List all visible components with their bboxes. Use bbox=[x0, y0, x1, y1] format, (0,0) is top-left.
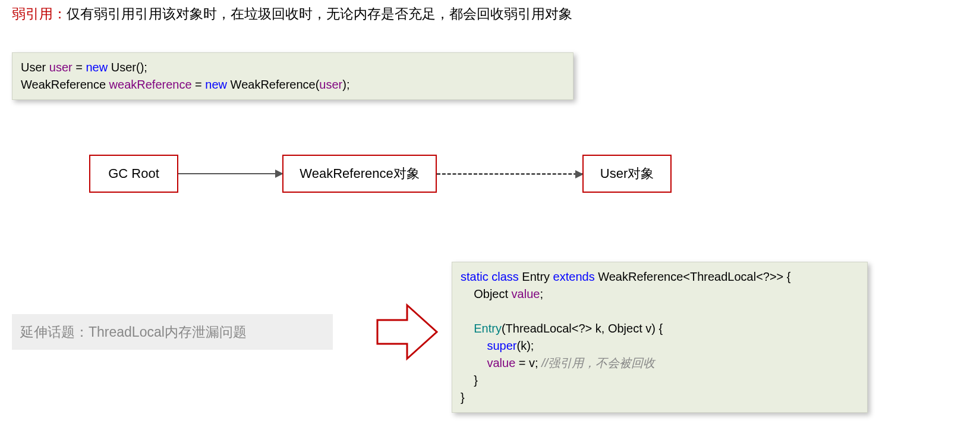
c1l1e: User(); bbox=[108, 61, 147, 74]
c2l4b: Entry bbox=[474, 322, 502, 335]
c2l2c: ; bbox=[540, 287, 543, 300]
c2l6d: //强引用，不会被回收 bbox=[541, 356, 655, 369]
c1l2e: WeakReference( bbox=[227, 78, 319, 91]
c2l1a: static class bbox=[461, 270, 519, 283]
c2l1d: WeakReference<ThreadLocal<?>> { bbox=[595, 270, 791, 283]
c1l1a: User bbox=[21, 61, 49, 74]
reference-diagram: GC Root WeakReference对象 User对象 bbox=[89, 155, 713, 202]
page-title: 弱引用：仅有弱引用引用该对象时，在垃圾回收时，无论内存是否充足，都会回收弱引用对… bbox=[12, 5, 572, 23]
arrow-weak-ref bbox=[437, 173, 582, 175]
c2l2b: value bbox=[512, 287, 540, 300]
arrow-strong-ref bbox=[178, 173, 282, 174]
svg-marker-0 bbox=[377, 305, 437, 359]
c1l2c: = bbox=[192, 78, 206, 91]
node-user-object: User对象 bbox=[582, 155, 672, 193]
c2l7: } bbox=[461, 374, 478, 387]
node-weakref-object: WeakReference对象 bbox=[282, 155, 437, 193]
c2l4a bbox=[461, 322, 474, 335]
c2l2a: Object bbox=[461, 287, 512, 300]
c1l1d: new bbox=[86, 61, 108, 74]
c2l6c: = v; bbox=[515, 356, 541, 369]
title-black: 仅有弱引用引用该对象时，在垃圾回收时，无论内存是否充足，都会回收弱引用对象 bbox=[67, 6, 572, 21]
c2l1c: extends bbox=[553, 270, 595, 283]
c2l5b: super bbox=[487, 339, 516, 352]
code-block-entry-class: static class Entry extends WeakReference… bbox=[452, 262, 868, 413]
c2l5c: (k); bbox=[516, 339, 534, 352]
arrow-right-icon bbox=[374, 302, 440, 362]
c2l4c: (ThreadLocal<?> k, Object v) { bbox=[502, 322, 663, 335]
node-gc-root: GC Root bbox=[89, 155, 178, 193]
title-red: 弱引用： bbox=[12, 6, 67, 21]
c1l2d: new bbox=[205, 78, 227, 91]
c2l6a bbox=[461, 356, 487, 369]
topic-threadlocal-leak: 延伸话题：ThreadLocal内存泄漏问题 bbox=[12, 314, 333, 350]
c1l2a: WeakReference bbox=[21, 78, 109, 91]
c1l1c: = bbox=[73, 61, 86, 74]
c1l1b: user bbox=[49, 61, 73, 74]
c2l6b: value bbox=[487, 356, 515, 369]
c2l8: } bbox=[461, 391, 465, 404]
c1l2g: ); bbox=[342, 78, 349, 91]
c2l5a bbox=[461, 339, 487, 352]
c1l2f: user bbox=[319, 78, 342, 91]
c1l2b: weakReference bbox=[109, 78, 192, 91]
code-block-weakref-sample: User user = new User(); WeakReference we… bbox=[12, 52, 573, 100]
c2l1b: Entry bbox=[519, 270, 553, 283]
